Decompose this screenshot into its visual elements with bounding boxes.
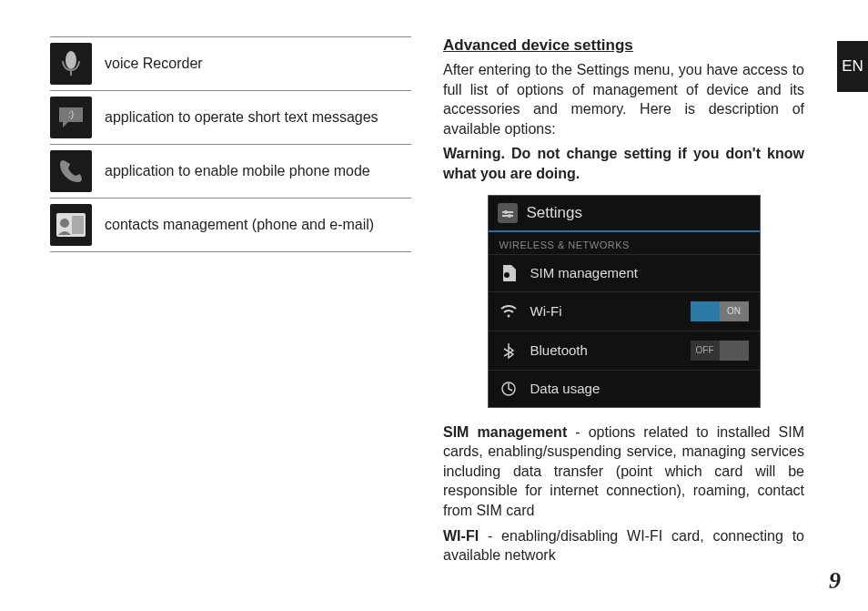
svg-point-11 — [507, 314, 510, 317]
mic-icon — [50, 43, 92, 85]
app-row: application to enable mobile phone mode — [50, 145, 411, 199]
app-row: contacts management (phone and e-mail) — [50, 199, 411, 252]
app-label: application to enable mobile phone mode — [105, 163, 370, 179]
settings-section-label: WIRELESS & NETWORKS — [489, 232, 760, 254]
settings-screenshot: Settings WIRELESS & NETWORKS SIM managem… — [488, 195, 761, 408]
svg-point-9 — [508, 214, 511, 218]
settings-row-data[interactable]: Data usage — [489, 370, 760, 407]
bt-icon — [500, 341, 518, 360]
settings-row-wifi[interactable]: Wi-Fi ON — [489, 291, 760, 331]
data-icon — [500, 380, 518, 398]
app-label: contacts management (phone and e-mail) — [105, 217, 374, 233]
settings-icon — [498, 203, 518, 223]
svg-text::): :) — [68, 109, 74, 119]
svg-rect-4 — [72, 216, 84, 234]
settings-row-label: Wi-Fi — [530, 303, 691, 319]
sim-description: SIM management - options related to inst… — [443, 423, 804, 521]
section-heading: Advanced device settings — [443, 36, 804, 55]
settings-row-bluetooth[interactable]: Bluetooth OFF — [489, 331, 760, 370]
intro-text: After entering to the Settings menu, you… — [443, 60, 804, 138]
sim-term: SIM management — [443, 424, 567, 440]
settings-row-sim[interactable]: SIM management — [489, 254, 760, 291]
message-icon: :) — [50, 97, 92, 138]
wifi-term: WI-FI — [443, 528, 479, 544]
app-label: voice Recorder — [105, 56, 203, 72]
settings-row-label: Data usage — [530, 381, 749, 396]
wifi-description: WI-FI - enabling/disabling WI-FI card, c… — [443, 526, 804, 565]
language-tab[interactable]: EN — [837, 41, 868, 92]
app-row: voice Recorder — [50, 36, 411, 91]
settings-row-label: Bluetooth — [530, 342, 691, 358]
apps-table: voice Recorder :) application to operate… — [50, 36, 434, 593]
app-row: :) application to operate short text mes… — [50, 91, 411, 145]
page-number: 9 — [829, 567, 841, 595]
bluetooth-toggle[interactable]: OFF — [691, 341, 749, 361]
wifi-icon — [500, 302, 518, 321]
svg-point-10 — [504, 272, 510, 278]
settings-title-bar: Settings — [489, 196, 760, 232]
settings-title: Settings — [527, 204, 582, 222]
sim-icon — [500, 264, 518, 282]
svg-point-0 — [66, 51, 76, 69]
svg-point-5 — [60, 219, 69, 228]
svg-point-8 — [504, 210, 508, 214]
app-label: application to operate short text messag… — [105, 109, 378, 126]
wifi-toggle[interactable]: ON — [691, 301, 749, 321]
warning-text: Warning. Do not change setting if you do… — [443, 144, 804, 183]
contacts-icon — [50, 204, 92, 246]
settings-row-label: SIM management — [530, 265, 749, 280]
phone-icon — [50, 150, 92, 192]
